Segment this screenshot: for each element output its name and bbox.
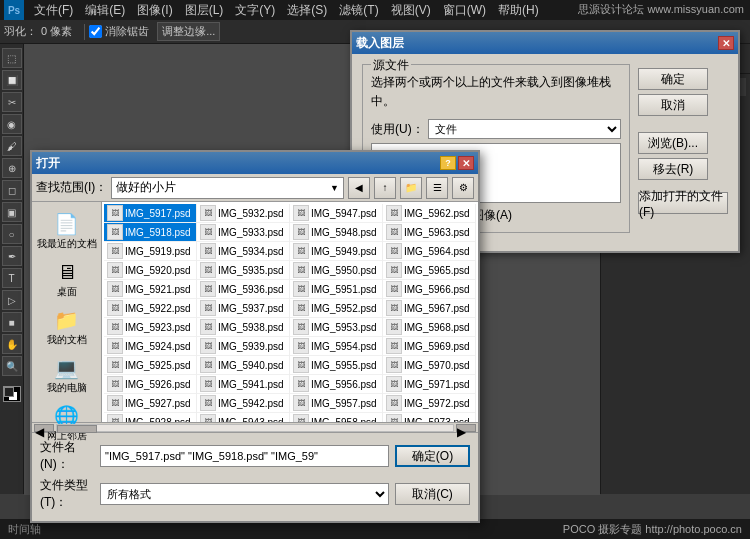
- file-item[interactable]: 🖼IMG_5947.psd: [290, 204, 382, 223]
- menu-window[interactable]: 窗口(W): [437, 0, 492, 20]
- tool-lasso[interactable]: 🔲: [2, 70, 22, 90]
- file-item[interactable]: 🖼IMG_5956.psd: [290, 375, 382, 394]
- file-item[interactable]: 🖼IMG_5920.psd: [104, 261, 196, 280]
- file-item[interactable]: 🖼IMG_5963.psd: [383, 223, 475, 242]
- menu-select[interactable]: 选择(S): [281, 0, 333, 20]
- file-item[interactable]: 🖼IMG_5955.psd: [290, 356, 382, 375]
- tool-hand[interactable]: ✋: [2, 334, 22, 354]
- tools-btn[interactable]: ⚙: [452, 177, 474, 199]
- menu-layer[interactable]: 图层(L): [179, 0, 230, 20]
- open-dialog-minimize[interactable]: ?: [440, 156, 456, 170]
- file-item[interactable]: 🖼IMG_5949.psd: [290, 242, 382, 261]
- file-item[interactable]: 🖼IMG_5940.psd: [197, 356, 289, 375]
- file-item[interactable]: 🖼IMG_5970.psd: [383, 356, 475, 375]
- file-item[interactable]: 🖼IMG_5933.psd: [197, 223, 289, 242]
- file-item[interactable]: 🖼IMG_5951.psd: [290, 280, 382, 299]
- file-item[interactable]: 🖼IMG_5926.psd: [104, 375, 196, 394]
- file-item[interactable]: 🖼IMG_5941.psd: [197, 375, 289, 394]
- look-in-combo[interactable]: 做好的小片 ▼: [111, 177, 344, 199]
- nav-desktop[interactable]: 🖥 桌面: [37, 258, 97, 298]
- tool-spot-heal[interactable]: ◉: [2, 114, 22, 134]
- menu-image[interactable]: 图像(I): [131, 0, 178, 20]
- load-add-open-btn[interactable]: 添加打开的文件(F): [638, 192, 728, 214]
- menu-text[interactable]: 文字(Y): [229, 0, 281, 20]
- tool-path[interactable]: ▷: [2, 290, 22, 310]
- tool-zoom[interactable]: 🔍: [2, 356, 22, 376]
- nav-my-docs[interactable]: 📁 我的文档: [37, 306, 97, 346]
- menu-edit[interactable]: 编辑(E): [79, 0, 131, 20]
- tool-dodge[interactable]: ○: [2, 224, 22, 244]
- file-item[interactable]: 🖼IMG_5937.psd: [197, 299, 289, 318]
- file-item[interactable]: 🖼IMG_5962.psd: [383, 204, 475, 223]
- file-item[interactable]: 🖼IMG_5934.psd: [197, 242, 289, 261]
- nav-up-btn[interactable]: ↑: [374, 177, 396, 199]
- filename-input[interactable]: [100, 445, 389, 467]
- tool-text[interactable]: T: [2, 268, 22, 288]
- file-item[interactable]: 🖼IMG_5936.psd: [197, 280, 289, 299]
- file-item[interactable]: 🖼IMG_5935.psd: [197, 261, 289, 280]
- file-item[interactable]: 🖼IMG_5925.psd: [104, 356, 196, 375]
- file-item[interactable]: 🖼IMG_5948.psd: [290, 223, 382, 242]
- tool-eraser[interactable]: ◻: [2, 180, 22, 200]
- scroll-right-btn[interactable]: ▶: [456, 424, 476, 432]
- nav-my-computer[interactable]: 💻 我的电脑: [37, 354, 97, 394]
- file-item[interactable]: 🖼IMG_5958.psd: [290, 413, 382, 422]
- antialias-checkbox[interactable]: [89, 25, 102, 38]
- file-item[interactable]: 🖼IMG_5919.psd: [104, 242, 196, 261]
- tool-shape[interactable]: ■: [2, 312, 22, 332]
- scrollbar-track[interactable]: [56, 424, 454, 432]
- file-item[interactable]: 🖼IMG_5972.psd: [383, 394, 475, 413]
- file-item[interactable]: 🖼IMG_5932.psd: [197, 204, 289, 223]
- file-item[interactable]: 🖼IMG_5928.psd: [104, 413, 196, 422]
- tool-brush[interactable]: 🖌: [2, 136, 22, 156]
- file-item[interactable]: 🖼IMG_5973.psd: [383, 413, 475, 422]
- file-item[interactable]: 🖼IMG_5971.psd: [383, 375, 475, 394]
- open-ok-btn[interactable]: 确定(O): [395, 445, 470, 467]
- tool-clone[interactable]: ⊕: [2, 158, 22, 178]
- file-item[interactable]: 🖼IMG_5938.psd: [197, 318, 289, 337]
- adjust-edges-btn[interactable]: 调整边缘...: [157, 22, 220, 41]
- file-item[interactable]: 🖼IMG_5965.psd: [383, 261, 475, 280]
- tool-marquee[interactable]: ⬚: [2, 48, 22, 68]
- menu-view[interactable]: 视图(V): [385, 0, 437, 20]
- scroll-left-btn[interactable]: ◀: [34, 424, 54, 432]
- open-cancel-btn[interactable]: 取消(C): [395, 483, 470, 505]
- file-item[interactable]: 🖼IMG_5923.psd: [104, 318, 196, 337]
- nav-recent[interactable]: 📄 我最近的文档: [37, 210, 97, 250]
- fg-bg-colors[interactable]: [3, 386, 21, 402]
- file-item[interactable]: 🖼IMG_5939.psd: [197, 337, 289, 356]
- scrollbar-thumb[interactable]: [57, 425, 97, 433]
- nav-back-btn[interactable]: ◀: [348, 177, 370, 199]
- file-item[interactable]: 🖼IMG_5952.psd: [290, 299, 382, 318]
- file-item[interactable]: 🖼IMG_5954.psd: [290, 337, 382, 356]
- file-item[interactable]: 🖼IMG_5967.psd: [383, 299, 475, 318]
- load-ok-btn[interactable]: 确定: [638, 68, 708, 90]
- file-item[interactable]: 🖼IMG_5950.psd: [290, 261, 382, 280]
- tool-gradient[interactable]: ▣: [2, 202, 22, 222]
- file-item[interactable]: 🖼IMG_5927.psd: [104, 394, 196, 413]
- open-dialog-close[interactable]: ✕: [458, 156, 474, 170]
- file-item[interactable]: 🖼IMG_5966.psd: [383, 280, 475, 299]
- file-item[interactable]: 🖼IMG_5921.psd: [104, 280, 196, 299]
- create-folder-btn[interactable]: 📁: [400, 177, 422, 199]
- menu-file[interactable]: 文件(F): [28, 0, 79, 20]
- file-item[interactable]: 🖼IMG_5953.psd: [290, 318, 382, 337]
- tool-crop[interactable]: ✂: [2, 92, 22, 112]
- menu-filter[interactable]: 滤镜(T): [333, 0, 384, 20]
- view-toggle-btn[interactable]: ☰: [426, 177, 448, 199]
- file-item[interactable]: 🖼IMG_5917.psd: [104, 204, 196, 223]
- filetype-select[interactable]: 所有格式: [100, 483, 389, 505]
- file-item[interactable]: 🖼IMG_5957.psd: [290, 394, 382, 413]
- load-layers-close[interactable]: ✕: [718, 36, 734, 50]
- horizontal-scrollbar[interactable]: ◀ ▶: [32, 422, 478, 432]
- file-item[interactable]: 🖼IMG_5943.psd: [197, 413, 289, 422]
- load-remove-btn[interactable]: 移去(R): [638, 158, 708, 180]
- file-item[interactable]: 🖼IMG_5968.psd: [383, 318, 475, 337]
- file-item[interactable]: 🖼IMG_5969.psd: [383, 337, 475, 356]
- nav-network[interactable]: 🌐 网上邻居: [37, 402, 97, 442]
- file-item[interactable]: 🖼IMG_5918.psd: [104, 223, 196, 242]
- file-item[interactable]: 🖼IMG_5924.psd: [104, 337, 196, 356]
- load-cancel-btn[interactable]: 取消: [638, 94, 708, 116]
- file-item[interactable]: 🖼IMG_5922.psd: [104, 299, 196, 318]
- menu-help[interactable]: 帮助(H): [492, 0, 545, 20]
